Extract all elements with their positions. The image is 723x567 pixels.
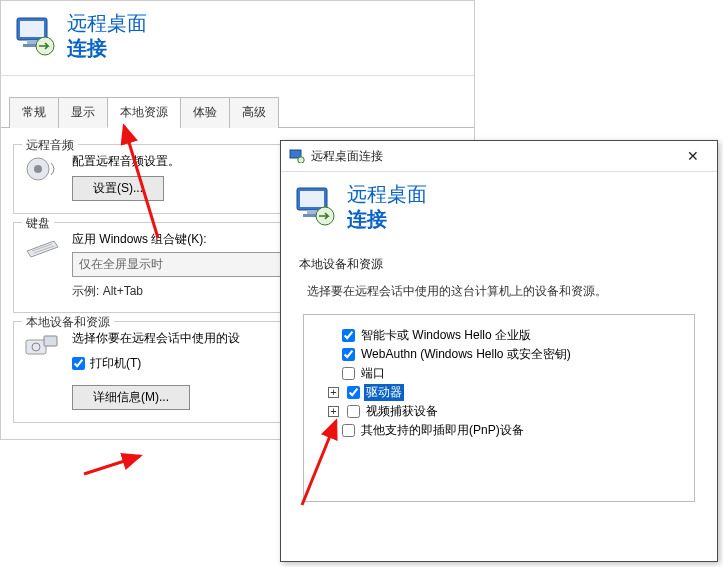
checkbox-webauthn[interactable] bbox=[342, 348, 355, 361]
checkbox-pnp[interactable] bbox=[342, 424, 355, 437]
expander-video[interactable]: + bbox=[328, 406, 339, 417]
dialog-title-line1: 远程桌面 bbox=[347, 182, 427, 207]
dialog-group-desc: 选择要在远程会话中使用的这台计算机上的设备和资源。 bbox=[299, 283, 699, 300]
checkbox-video[interactable] bbox=[347, 405, 360, 418]
tab-local-resources[interactable]: 本地资源 bbox=[107, 97, 181, 128]
annotation-arrow-2 bbox=[80, 450, 150, 482]
svg-rect-16 bbox=[307, 210, 317, 214]
label-smartcard: 智能卡或 Windows Hello 企业版 bbox=[359, 327, 533, 344]
tab-advanced[interactable]: 高级 bbox=[229, 97, 279, 128]
tree-node-pnp[interactable]: 其他支持的即插即用(PnP)设备 bbox=[318, 422, 684, 439]
tree-node-drives[interactable]: + 驱动器 bbox=[318, 384, 684, 401]
svg-rect-2 bbox=[27, 40, 37, 44]
checkbox-drives[interactable] bbox=[347, 386, 360, 399]
app-title-line1: 远程桌面 bbox=[67, 11, 147, 36]
dialog-titlebar: 远程桌面连接 ✕ bbox=[281, 141, 717, 172]
tree-node-ports[interactable]: 端口 bbox=[318, 365, 684, 382]
tree-node-webauthn[interactable]: WebAuthn (Windows Hello 或安全密钥) bbox=[318, 346, 684, 363]
dialog-body: 本地设备和资源 选择要在远程会话中使用的这台计算机上的设备和资源。 智能卡或 W… bbox=[281, 246, 717, 516]
dialog-header: 远程桌面 连接 bbox=[281, 172, 717, 246]
details-button[interactable]: 详细信息(M)... bbox=[72, 385, 190, 410]
dialog-title-line2: 连接 bbox=[347, 207, 427, 232]
rdp-icon bbox=[295, 186, 337, 229]
app-title: 远程桌面 连接 bbox=[67, 11, 147, 61]
rdp-icon bbox=[15, 16, 57, 56]
svg-rect-9 bbox=[26, 340, 46, 354]
label-webauthn: WebAuthn (Windows Hello 或安全密钥) bbox=[359, 346, 573, 363]
keyboard-combo-select[interactable]: 仅在全屏显示时 bbox=[72, 252, 292, 277]
tab-experience[interactable]: 体验 bbox=[180, 97, 230, 128]
dialog-group-title: 本地设备和资源 bbox=[299, 256, 699, 273]
dialog-titlebar-text: 远程桌面连接 bbox=[311, 148, 383, 165]
legend-remote-audio: 远程音频 bbox=[22, 137, 78, 154]
dialog-title: 远程桌面 连接 bbox=[347, 182, 427, 232]
legend-keyboard: 键盘 bbox=[22, 215, 54, 232]
device-tree[interactable]: 智能卡或 Windows Hello 企业版 WebAuthn (Windows… bbox=[303, 314, 695, 502]
tab-general[interactable]: 常规 bbox=[9, 97, 59, 128]
legend-local-devices: 本地设备和资源 bbox=[22, 314, 114, 331]
tree-node-video[interactable]: + 视频捕获设备 bbox=[318, 403, 684, 420]
label-pnp: 其他支持的即插即用(PnP)设备 bbox=[359, 422, 526, 439]
printer-label: 打印机(T) bbox=[90, 355, 141, 372]
svg-point-13 bbox=[298, 157, 304, 163]
svg-rect-11 bbox=[44, 336, 57, 346]
svg-rect-15 bbox=[300, 191, 324, 207]
svg-point-6 bbox=[34, 165, 42, 173]
devices-icon bbox=[24, 332, 60, 360]
svg-rect-1 bbox=[20, 21, 44, 37]
keyboard-icon bbox=[24, 233, 60, 261]
app-title-line2: 连接 bbox=[67, 36, 147, 61]
printer-checkbox-row[interactable]: 打印机(T) bbox=[72, 355, 141, 372]
tabs: 常规 显示 本地资源 体验 高级 bbox=[1, 96, 474, 128]
label-ports: 端口 bbox=[359, 365, 387, 382]
label-drives: 驱动器 bbox=[364, 384, 404, 401]
checkbox-ports[interactable] bbox=[342, 367, 355, 380]
tab-display[interactable]: 显示 bbox=[58, 97, 108, 128]
dialog-close-button[interactable]: ✕ bbox=[677, 147, 709, 165]
dialog-titlebar-icon bbox=[289, 149, 305, 163]
expander-drives[interactable]: + bbox=[328, 387, 339, 398]
label-video: 视频捕获设备 bbox=[364, 403, 440, 420]
details-dialog: 远程桌面连接 ✕ 远程桌面 连接 本地设备和资源 选择要在远程会话中使用的这台计… bbox=[280, 140, 718, 562]
svg-line-20 bbox=[84, 456, 140, 474]
main-header: 远程桌面 连接 bbox=[1, 1, 474, 76]
checkbox-smartcard[interactable] bbox=[342, 329, 355, 342]
audio-icon bbox=[24, 155, 60, 183]
tree-node-smartcard[interactable]: 智能卡或 Windows Hello 企业版 bbox=[318, 327, 684, 344]
audio-settings-button[interactable]: 设置(S)... bbox=[72, 176, 164, 201]
printer-checkbox[interactable] bbox=[72, 357, 85, 370]
